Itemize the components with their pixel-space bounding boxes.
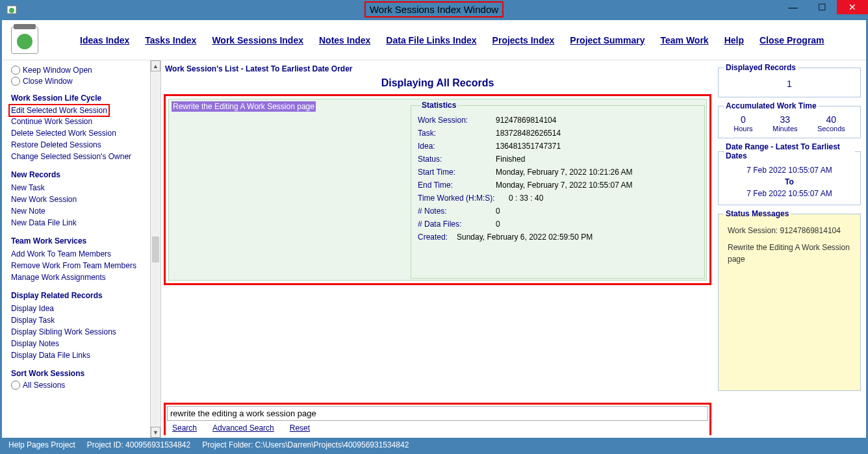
- label-keep-open[interactable]: Keep Window Open: [23, 66, 92, 75]
- link-display-notes[interactable]: Display Notes: [11, 338, 146, 349]
- stat-status-label: Status:: [418, 155, 496, 164]
- link-new-data-file-link[interactable]: New Data File Link: [11, 217, 146, 229]
- stat-created-label: Created:: [418, 233, 457, 242]
- sidebar-group-new: New Records: [11, 170, 146, 179]
- scroll-thumb[interactable]: [152, 236, 159, 262]
- stat-task-val: 183728482626514: [496, 129, 561, 138]
- stat-idea-val: 136481351747371: [496, 142, 561, 151]
- toolbar: Ideas Index Tasks Index Work Sessions In…: [2, 20, 866, 60]
- link-display-task[interactable]: Display Task: [11, 314, 146, 326]
- link-remove-work-team[interactable]: Remove Work From Team Members: [11, 260, 146, 271]
- titlebar: Work Sessions Index Window — ☐ ✕: [0, 0, 868, 18]
- link-new-task[interactable]: New Task: [11, 182, 146, 194]
- label-all-sessions[interactable]: All Sessions: [23, 381, 65, 390]
- link-new-work-session[interactable]: New Work Session: [11, 194, 146, 205]
- session-row[interactable]: Rewrite the Editing A Work Session page …: [168, 99, 707, 281]
- menu-work-sessions-index[interactable]: Work Sessions Index: [212, 35, 303, 45]
- statusbar: Help Pages Project Project ID: 400956931…: [2, 438, 866, 452]
- menu-notes-index[interactable]: Notes Index: [319, 35, 370, 45]
- hours-value: 0: [734, 114, 752, 125]
- center-panel: Work Session's List - Latest To Earliest…: [161, 60, 715, 438]
- stat-files-label: # Data Files:: [418, 220, 496, 229]
- menu-help[interactable]: Help: [724, 35, 744, 45]
- menu-projects-index[interactable]: Projects Index: [492, 35, 555, 45]
- stat-end-val: Monday, February 7, 2022 10:55:07 AM: [496, 181, 633, 190]
- stat-notes-label: # Notes:: [418, 207, 496, 216]
- link-continue-session[interactable]: Continue Work Session: [11, 116, 146, 127]
- list-header: Work Session's List - Latest To Earliest…: [164, 63, 711, 75]
- stat-start-label: Start Time:: [418, 168, 496, 177]
- date-range-legend: Date Range - Latest To Earliest Dates: [724, 142, 855, 160]
- stat-notes-val: 0: [496, 207, 500, 216]
- window-title: Work Sessions Index Window: [364, 1, 504, 18]
- link-add-work-team[interactable]: Add Work To Team Members: [11, 248, 146, 260]
- link-manage-assignments[interactable]: Manage Work Assignments: [11, 271, 146, 283]
- calendar-icon: [11, 27, 38, 54]
- seconds-value: 40: [817, 114, 845, 125]
- session-title-cell: Rewrite the Editing A Work Session page: [169, 99, 409, 280]
- status-project-name: Help Pages Project: [8, 440, 75, 449]
- menu-ideas-index[interactable]: Ideas Index: [80, 35, 129, 45]
- stat-ws-val: 91247869814104: [496, 116, 556, 125]
- stat-start-val: Monday, February 7, 2022 10:21:26 AM: [496, 168, 633, 177]
- scroll-up-icon[interactable]: ▲: [151, 60, 160, 71]
- stat-ws-label: Work Session:: [418, 116, 496, 125]
- link-new-note[interactable]: New Note: [11, 205, 146, 217]
- stat-files-val: 0: [496, 220, 500, 229]
- menu-close-program[interactable]: Close Program: [760, 35, 824, 45]
- close-button[interactable]: ✕: [837, 0, 868, 14]
- stat-worked-label: Time Worked (H:M:S):: [418, 194, 509, 203]
- stat-idea-label: Idea:: [418, 142, 496, 151]
- radio-keep-open[interactable]: [11, 66, 20, 75]
- advanced-search-button[interactable]: Advanced Search: [212, 423, 274, 433]
- sidebar-group-team: Team Work Services: [11, 236, 146, 246]
- scroll-down-icon[interactable]: ▼: [151, 427, 160, 438]
- stat-end-label: End Time:: [418, 181, 496, 190]
- link-restore-deleted-sessions[interactable]: Restore Deleted Sessions: [11, 139, 146, 151]
- maximize-button[interactable]: ☐: [808, 0, 837, 14]
- svg-point-1: [9, 8, 14, 13]
- menu-team-work[interactable]: Team Work: [660, 35, 708, 45]
- displayed-records-legend: Displayed Records: [724, 63, 798, 72]
- status-line-2: Rewrite the Editing A Work Session page: [728, 242, 851, 265]
- radio-close-window[interactable]: [11, 77, 20, 86]
- sidebar-scrollbar[interactable]: ▲ ▼: [150, 60, 161, 438]
- minutes-label: Minutes: [772, 125, 798, 132]
- stat-worked-val: 0 : 33 : 40: [509, 194, 543, 203]
- reset-button[interactable]: Reset: [290, 423, 310, 433]
- accumulated-time-panel: Accumulated Work Time 0Hours 33Minutes 4…: [718, 101, 861, 138]
- menu-tasks-index[interactable]: Tasks Index: [145, 35, 196, 45]
- link-display-datalinks[interactable]: Display Data File Links: [11, 349, 146, 361]
- date-range-panel: Date Range - Latest To Earliest Dates 7 …: [718, 142, 861, 205]
- search-input[interactable]: [167, 406, 708, 421]
- status-line-1: Work Session: 91247869814104: [728, 225, 851, 236]
- statistics-panel: Statistics Work Session:91247869814104 T…: [411, 101, 705, 279]
- link-delete-selected-session[interactable]: Delete Selected Work Session: [11, 127, 146, 139]
- search-button[interactable]: Search: [172, 423, 197, 433]
- displayed-records-value: 1: [724, 76, 855, 92]
- session-title: Rewrite the Editing A Work Session page: [172, 101, 316, 112]
- link-change-owner[interactable]: Change Selected Session's Owner: [11, 151, 146, 162]
- link-edit-selected-session[interactable]: Edit Selected Work Session: [8, 104, 110, 117]
- stat-status-val: Finished: [496, 155, 525, 164]
- menu-data-file-links-index[interactable]: Data File Links Index: [386, 35, 476, 45]
- right-panel: Displayed Records 1 Accumulated Work Tim…: [715, 60, 866, 438]
- sidebar: Keep Window Open Close Window Work Sessi…: [2, 60, 150, 438]
- app-icon: [4, 1, 19, 17]
- status-project-id: Project ID: 400956931534842: [87, 440, 190, 449]
- status-messages-legend: Status Messages: [724, 209, 791, 218]
- seconds-label: Seconds: [817, 125, 845, 132]
- status-project-folder: Project Folder: C:\Users\Darren\Projects…: [202, 440, 409, 449]
- link-display-idea[interactable]: Display Idea: [11, 303, 146, 314]
- minimize-button[interactable]: —: [778, 0, 808, 14]
- date-range-to: To: [724, 176, 855, 188]
- accumulated-time-legend: Accumulated Work Time: [724, 101, 819, 110]
- radio-all-sessions[interactable]: [11, 381, 20, 390]
- minutes-value: 33: [772, 114, 798, 125]
- menu-project-summary[interactable]: Project Summary: [570, 35, 645, 45]
- label-close-window[interactable]: Close Window: [23, 77, 73, 86]
- status-messages-panel: Status Messages Work Session: 9124786981…: [718, 209, 861, 391]
- stat-task-label: Task:: [418, 129, 496, 138]
- link-display-siblings[interactable]: Display Sibling Work Sessions: [11, 326, 146, 338]
- date-range-start: 7 Feb 2022 10:55:07 AM: [724, 164, 855, 176]
